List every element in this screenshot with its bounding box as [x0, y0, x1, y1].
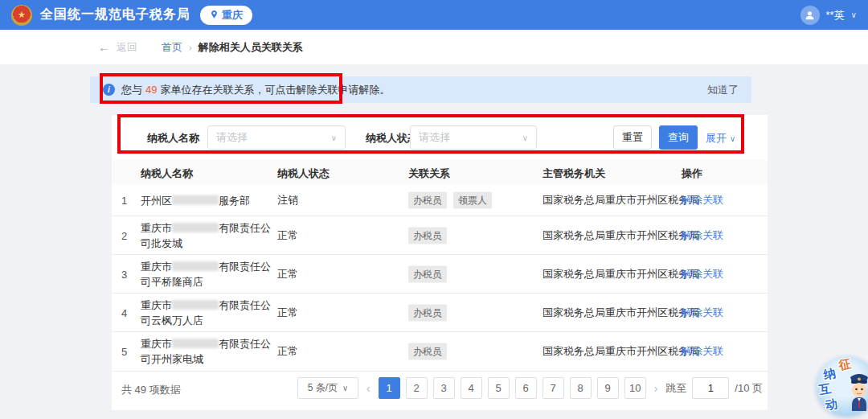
taxpayer-status: 正常 — [277, 306, 298, 320]
relation-tags: 办税员 — [408, 304, 447, 321]
total-count: 共 49 项数据 — [121, 383, 181, 397]
tax-authority: 国家税务总局重庆市开州区税务局 — [542, 193, 699, 207]
page-size-select[interactable]: 5 条/页 ∨ — [297, 377, 358, 399]
relation-tags: 办税员 — [408, 265, 447, 282]
taxpayer-name: 重庆市有限责任公司批发城 — [141, 220, 271, 251]
jump-page-input[interactable] — [692, 377, 729, 399]
remove-relation-link[interactable]: 解除关联 — [682, 228, 723, 243]
taxpayer-status: 正常 — [277, 267, 298, 281]
row-index: 4 — [121, 306, 127, 318]
remove-relation-link[interactable]: 解除关联 — [682, 267, 723, 281]
jump-label: 跳至 — [665, 381, 686, 396]
col-authority: 主管税务机关 — [542, 166, 605, 181]
col-taxpayer-status: 纳税人状态 — [277, 166, 330, 181]
chevron-down-icon: ∨ — [522, 134, 528, 142]
table-row: 3 重庆市有限责任公司平桥隆商店 正常 办税员 国家税务总局重庆市开州区税务局 … — [112, 255, 768, 294]
page-button-3[interactable]: 3 — [433, 377, 455, 399]
mascot-char: 动 — [825, 396, 838, 413]
chevron-down-icon: ∨ — [342, 384, 348, 392]
tax-authority: 国家税务总局重庆市开州区税务局 — [542, 228, 699, 243]
remove-relation-link[interactable]: 解除关联 — [682, 193, 723, 207]
page-button-5[interactable]: 5 — [488, 377, 510, 399]
remove-relation-link[interactable]: 解除关联 — [682, 344, 723, 359]
page-button-9[interactable]: 9 — [597, 377, 619, 399]
relation-tag: 办税员 — [408, 265, 447, 282]
interaction-assistant-widget[interactable]: 征 纳 互 动 — [817, 356, 868, 416]
relation-tag: 办税员 — [408, 304, 447, 321]
content-card: 纳税人名称 请选择 ∨ 纳税人状态 请选择 ∨ 重置 查询 展开 ∨ 纳税人名称… — [112, 115, 768, 410]
table-row: 2 重庆市有限责任公司批发城 正常 办税员 国家税务总局重庆市开州区税务局 解除… — [112, 216, 768, 255]
location-selector[interactable]: 重庆 — [200, 6, 252, 25]
banner-count: 49 — [145, 84, 157, 96]
taxpayer-name: 开州区服务部 — [141, 192, 271, 207]
table-header: 纳税人名称 纳税人状态 关联关系 主管税务机关 操作 — [112, 160, 768, 184]
page-button-10[interactable]: 10 — [624, 377, 646, 399]
app-header: ★ 全国统一规范电子税务局 重庆 **英 ∨ — [0, 0, 868, 30]
remove-relation-link[interactable]: 解除关联 — [682, 306, 723, 320]
relation-tags: 办税员 — [408, 343, 447, 360]
tax-officer-mascot-icon — [845, 369, 868, 411]
redacted-text — [172, 339, 219, 348]
expand-toggle[interactable]: 展开 ∨ — [706, 131, 735, 146]
pagination: 共 49 项数据 5 条/页 ∨ ‹ 1 2 3 4 5 6 7 8 9 10 … — [112, 376, 768, 402]
back-arrow-icon[interactable]: ← — [98, 40, 110, 54]
tax-authority: 国家税务总局重庆市开州区税务局 — [542, 344, 699, 359]
mascot-char: 纳 — [822, 366, 837, 384]
national-emblem-logo: ★ — [11, 5, 32, 26]
location-label: 重庆 — [222, 8, 243, 23]
banner-text-prefix: 您与 — [121, 83, 142, 97]
table-row: 4 重庆市有限责任公司云枫万人店 正常 办税员 国家税务总局重庆市开州区税务局 … — [112, 294, 768, 332]
next-page-button[interactable]: › — [652, 382, 661, 395]
col-action: 操作 — [682, 166, 702, 181]
page-button-1[interactable]: 1 — [379, 377, 400, 399]
banner-dismiss-button[interactable]: 知道了 — [707, 83, 739, 97]
taxpayer-name-placeholder: 请选择 — [216, 130, 248, 145]
person-icon — [804, 9, 816, 21]
row-index: 3 — [121, 268, 127, 280]
taxpayer-status: 注销 — [277, 193, 298, 207]
breadcrumb-separator-icon: › — [189, 43, 192, 52]
search-button[interactable]: 查询 — [659, 125, 698, 150]
chevron-down-icon: ∨ — [730, 134, 735, 143]
info-icon: i — [103, 84, 115, 96]
taxpayer-name: 重庆市有限责任公司平桥隆商店 — [141, 259, 271, 290]
expand-label: 展开 — [706, 131, 727, 146]
back-button[interactable]: 返回 — [117, 40, 137, 55]
app-title: 全国统一规范电子税务局 — [40, 6, 190, 23]
taxpayer-name: 重庆市有限责任公司云枫万人店 — [141, 298, 271, 328]
redacted-text — [172, 195, 219, 204]
taxpayer-status: 正常 — [277, 344, 298, 359]
relation-tag: 办税员 — [408, 343, 447, 360]
relation-tags: 办税员 — [408, 227, 447, 244]
banner-text-suffix: 家单位存在关联关系，可点击解除关联申请解除。 — [160, 83, 390, 97]
relation-tags: 办税员 领票人 — [408, 191, 492, 208]
table-row: 1 开州区服务部 注销 办税员 领票人 国家税务总局重庆市开州区税务局 解除关联 — [112, 184, 768, 216]
table-row: 5 重庆市有限责任公司开州家电城 正常 办税员 国家税务总局重庆市开州区税务局 … — [112, 332, 768, 372]
user-name: **英 — [826, 8, 845, 23]
relation-tag: 办税员 — [408, 191, 447, 208]
prev-page-button[interactable]: ‹ — [364, 382, 373, 395]
user-menu[interactable]: **英 ∨ — [800, 6, 857, 25]
page-size-value: 5 条/页 — [308, 381, 338, 395]
location-pin-icon — [210, 10, 219, 20]
redacted-text — [172, 300, 219, 310]
redacted-text — [172, 261, 219, 271]
page-button-8[interactable]: 8 — [570, 377, 592, 399]
row-index: 1 — [121, 194, 127, 206]
relation-tag: 领票人 — [453, 191, 492, 208]
taxpayer-status: 正常 — [277, 228, 298, 243]
breadcrumb-home[interactable]: 首页 — [162, 40, 182, 55]
taxpayer-name-select[interactable]: 请选择 ∨ — [207, 125, 346, 150]
page-button-4[interactable]: 4 — [461, 377, 482, 399]
row-index: 2 — [121, 229, 127, 241]
page-button-7[interactable]: 7 — [542, 377, 564, 399]
tax-authority: 国家税务总局重庆市开州区税务局 — [542, 267, 699, 281]
page-button-2[interactable]: 2 — [406, 377, 428, 399]
relation-tag: 办税员 — [408, 227, 447, 244]
notice-banner: i 您与 49 家单位存在关联关系，可点击解除关联申请解除。 知道了 — [90, 76, 751, 103]
reset-button[interactable]: 重置 — [613, 125, 652, 150]
page-button-6[interactable]: 6 — [515, 377, 537, 399]
taxpayer-status-select[interactable]: 请选择 ∨ — [410, 125, 537, 150]
user-avatar — [800, 6, 820, 25]
redacted-text — [172, 223, 219, 232]
